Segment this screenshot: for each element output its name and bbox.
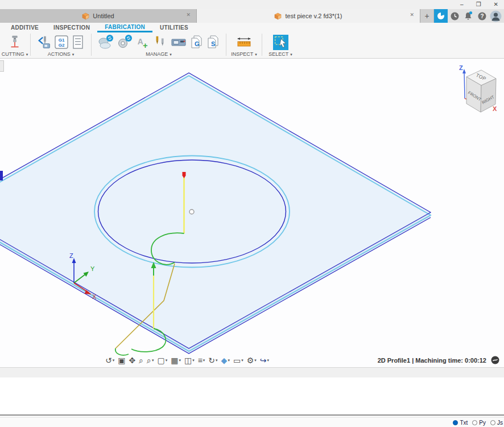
viewport-canvas[interactable]: Z Y X Z X TOP FRONT RIGHT ↺▾	[0, 59, 504, 367]
viewports-button[interactable]: ◫▾	[183, 356, 196, 365]
triad-x-label: X	[92, 293, 97, 300]
help-icon: ?	[477, 11, 487, 21]
display-settings-button[interactable]: ▢▾	[156, 356, 168, 365]
tab-additive[interactable]: ADDITIVE	[3, 23, 46, 32]
tool-holder-button[interactable]	[152, 34, 168, 50]
script-library-button[interactable]: S	[205, 34, 220, 50]
new-template-button[interactable]: A +	[135, 34, 151, 50]
new-document-button[interactable]: +	[420, 9, 434, 23]
radio-js-dot[interactable]	[490, 420, 495, 425]
radio-txt[interactable]: Txt	[453, 420, 468, 426]
viewcube-graphic: Z X TOP FRONT RIGHT	[451, 62, 503, 118]
browser-collapse-handle[interactable]	[0, 60, 4, 72]
dropdown-caret-icon[interactable]: ▾	[267, 358, 269, 363]
notifications-button[interactable]	[461, 9, 475, 23]
measure-button[interactable]	[236, 35, 253, 50]
look-at-icon: ▣	[118, 356, 125, 365]
dropdown-caret-icon[interactable]: ▾	[203, 358, 205, 363]
refresh-icon: ↻	[208, 356, 215, 365]
radio-py-dot[interactable]	[472, 420, 477, 425]
viewcube-x-label: X	[493, 105, 497, 112]
inspect-group-label[interactable]: INSPECT▾	[231, 51, 257, 58]
document-tab-test-piece[interactable]: test piece v.2 fd3*(1) ✕	[197, 9, 420, 23]
minimize-button[interactable]: –	[460, 0, 464, 9]
manage-group: A +	[93, 32, 224, 58]
tool-display-icon: ⚙	[247, 356, 254, 365]
select-group-label[interactable]: SELECT▾	[268, 51, 292, 58]
radio-txt-label: Txt	[460, 420, 468, 426]
help-button[interactable]: ?	[475, 9, 489, 23]
svg-text:G: G	[195, 40, 200, 47]
plate-top-face[interactable]	[0, 73, 431, 348]
close-tab-icon[interactable]: ✕	[186, 12, 191, 18]
look-at-button[interactable]: ▣	[117, 356, 126, 365]
dropdown-caret-icon[interactable]: ▾	[228, 358, 230, 363]
dropdown-caret-icon[interactable]: ▾	[179, 358, 181, 363]
dropdown-caret-icon: ▾	[72, 52, 75, 56]
exit-view-button[interactable]: ↪▾	[259, 356, 270, 365]
dropdown-caret-icon[interactable]: ▾	[254, 358, 257, 363]
cutting-tool-button[interactable]	[7, 34, 23, 50]
profile-avatar[interactable]	[489, 9, 502, 23]
dropdown-caret-icon[interactable]: ▾	[216, 358, 218, 363]
radio-py[interactable]: Py	[472, 420, 486, 426]
grid-snaps-button[interactable]: ▦▾	[170, 356, 182, 365]
steps-button[interactable]: ≡▾	[197, 356, 206, 365]
document-tab-untitled[interactable]: Untitled ✕	[0, 9, 197, 23]
script-type-radios: Txt Py Js	[453, 417, 503, 427]
post-library-button[interactable]: G	[189, 34, 204, 50]
group-separator	[226, 34, 226, 56]
restore-button[interactable]: ❐	[476, 0, 481, 9]
svg-text:G1: G1	[59, 38, 65, 43]
setup-sheet-button[interactable]	[71, 35, 85, 50]
job-status-icon	[436, 11, 445, 20]
dropdown-caret-icon[interactable]: ▾	[152, 358, 154, 363]
tool-display-button[interactable]: ⚙▾	[246, 356, 258, 365]
close-tab-icon[interactable]: ✕	[410, 12, 414, 18]
viewports-icon: ◫	[184, 356, 192, 365]
tab-inspection[interactable]: INSPECTION	[46, 23, 97, 32]
operation-status-text: 2D Profile1 | Machining time: 0:00:12	[378, 357, 486, 364]
dropdown-caret-icon[interactable]: ▾	[166, 358, 168, 363]
dropdown-caret-icon[interactable]: ▾	[241, 358, 243, 363]
selected-edge-marker[interactable]	[0, 171, 3, 180]
task-manager-button[interactable]	[116, 34, 133, 50]
select-button[interactable]	[273, 35, 288, 50]
orbit-button[interactable]: ↺▾	[104, 356, 115, 365]
tab-fabrication[interactable]: FABRICATION	[97, 23, 152, 32]
machining-time-icon[interactable]	[491, 356, 499, 364]
tab-utilities[interactable]: UTILITIES	[152, 23, 196, 32]
stock-icon: ◆	[221, 356, 228, 365]
radio-js[interactable]: Js	[490, 420, 503, 426]
toolpath-lead-arc[interactable]	[115, 348, 129, 355]
stock-display-button[interactable]: ◆▾	[220, 356, 231, 365]
recent-activity-button[interactable]	[448, 9, 461, 23]
close-window-button[interactable]: ✕	[494, 0, 498, 9]
group-separator	[91, 34, 92, 56]
zoom-button[interactable]: ⌕	[138, 356, 144, 365]
dropdown-caret-icon[interactable]: ▾	[113, 358, 115, 363]
machine-display-button[interactable]: ▭▾	[232, 356, 245, 365]
manage-group-label[interactable]: MANAGE▾	[146, 51, 172, 58]
radio-txt-dot[interactable]	[453, 420, 458, 425]
document-cube-icon	[82, 13, 89, 20]
zoom-window-button[interactable]: ⌕▾	[146, 356, 155, 365]
pan-button[interactable]: ✥	[127, 356, 137, 365]
post-process-button[interactable]: G1 G2	[54, 35, 69, 50]
center-point-marker[interactable]	[189, 210, 194, 214]
job-status-button[interactable]	[434, 9, 448, 23]
document-tabbar: Untitled ✕ test piece v.2 fd3*(1) ✕ +	[0, 9, 504, 23]
dropdown-caret-icon[interactable]: ▾	[192, 358, 195, 363]
simulate-refresh-button[interactable]: ↻▾	[207, 356, 218, 365]
svg-text:G2: G2	[59, 43, 65, 48]
svg-text:?: ?	[480, 13, 484, 19]
cutting-group-label[interactable]: CUTTING▾	[2, 51, 28, 58]
machine-library-button[interactable]	[170, 34, 187, 50]
actions-group-label[interactable]: ACTIONS▾	[48, 51, 75, 58]
triad-z-label: Z	[69, 252, 73, 259]
simulate-button[interactable]	[36, 34, 52, 50]
tool-library-button[interactable]	[97, 34, 114, 50]
viewcube[interactable]: Z X TOP FRONT RIGHT	[451, 62, 503, 118]
svg-text:S: S	[211, 40, 215, 47]
cutting-head-icon	[7, 34, 23, 50]
